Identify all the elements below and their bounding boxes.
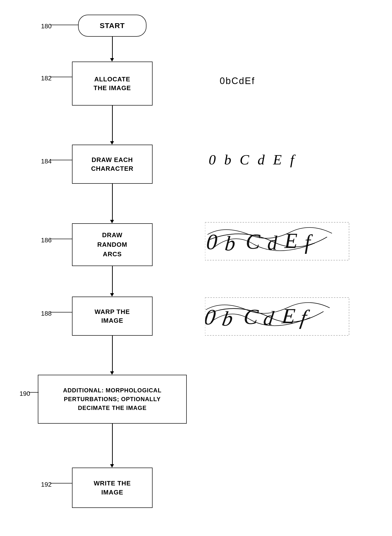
warp-node: WARP THEIMAGE: [72, 297, 153, 336]
arrow-warp-additional: [112, 336, 113, 372]
ref-label-180: 180: [41, 22, 52, 30]
ref-line-188: [50, 312, 73, 313]
illustration-arcs-2: 0 b C d E f: [205, 296, 351, 338]
arrow-allocate-drawchar: [112, 106, 113, 142]
svg-text:d: d: [262, 307, 276, 329]
arrow-drawchar-drawarcs: [112, 184, 113, 221]
ref-line-182: [50, 76, 73, 77]
svg-text:0: 0: [206, 230, 218, 254]
svg-text:f: f: [305, 230, 313, 254]
ref-label-186: 186: [41, 236, 52, 244]
ref-line-190: [29, 392, 40, 393]
allocate-node: ALLOCATETHE IMAGE: [72, 62, 153, 106]
svg-text:b: b: [224, 232, 236, 255]
ref-line-184: [50, 160, 73, 161]
illustration-chars-spaced: 0 b C d E f: [209, 151, 297, 168]
arrowhead-additional-write: [110, 464, 114, 468]
arrow-start-allocate: [112, 37, 113, 59]
arrowhead-drawchar-drawarcs: [110, 220, 114, 223]
ref-line-186: [50, 238, 73, 239]
svg-text:0: 0: [205, 305, 217, 329]
illustration-arcs-1: 0 b C d E f: [205, 220, 351, 264]
arrowhead-allocate-drawchar: [110, 141, 114, 145]
arrow-drawarcs-warp: [112, 266, 113, 294]
ref-label-184: 184: [41, 158, 52, 165]
ref-line-192: [50, 483, 73, 484]
arrowhead-drawarcs-warp: [110, 293, 114, 297]
draw-char-node: DRAW EACHCHARACTER: [72, 145, 153, 184]
svg-text:b: b: [220, 307, 235, 330]
draw-arcs-node: DRAWRANDOMARCS: [72, 223, 153, 266]
ref-label-190: 190: [20, 390, 30, 397]
write-node: WRITE THEIMAGE: [72, 468, 153, 508]
ref-line-180: [50, 24, 80, 25]
start-node: START: [78, 15, 146, 37]
flowchart-diagram: START 180 ALLOCATETHE IMAGE 182 0bCdEf D…: [0, 0, 392, 536]
ref-label-188: 188: [41, 310, 52, 317]
svg-text:f: f: [299, 306, 311, 329]
arrowhead-start-allocate: [110, 58, 114, 62]
arrow-additional-write: [112, 424, 113, 465]
ref-label-182: 182: [41, 75, 52, 82]
additional-node: ADDITIONAL: MORPHOLOGICALPERTURBATIONS; …: [38, 375, 187, 424]
arrowhead-warp-additional: [110, 371, 114, 375]
svg-text:C: C: [245, 230, 261, 253]
illustration-string: 0bCdEf: [220, 76, 255, 86]
ref-label-192: 192: [41, 481, 52, 488]
